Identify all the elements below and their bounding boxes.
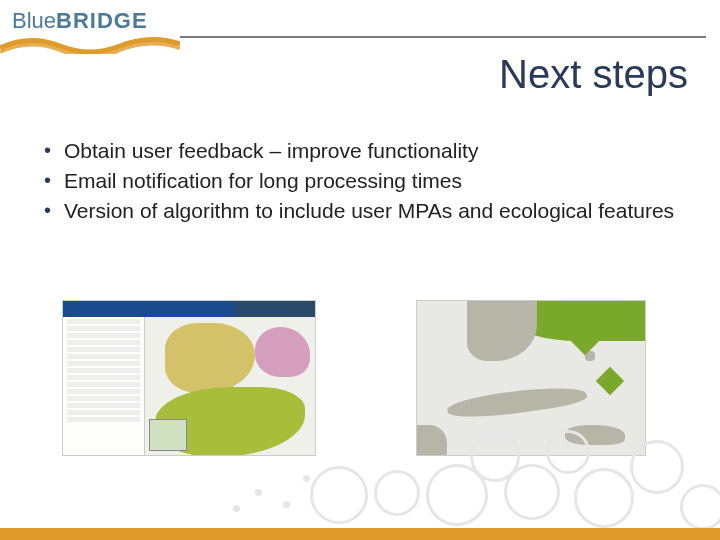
logo-part2: BRIDGE <box>56 8 148 33</box>
list-item: Version of algorithm to include user MPA… <box>40 198 680 225</box>
image-row <box>62 300 646 456</box>
list-item: Email notification for long processing t… <box>40 168 680 195</box>
header-rule <box>180 36 706 38</box>
wave-icon <box>0 34 180 54</box>
caribbean-map-thumbnail <box>416 300 646 456</box>
list-item: Obtain user feedback – improve functiona… <box>40 138 680 165</box>
logo-part1: Blue <box>12 8 56 33</box>
footer-bar <box>0 528 720 540</box>
slide-title: Next steps <box>499 52 688 97</box>
slide-header: BlueBRIDGE <box>0 0 720 52</box>
emodnet-map-thumbnail <box>62 300 316 456</box>
bullet-list: Obtain user feedback – improve functiona… <box>40 138 680 228</box>
logo: BlueBRIDGE <box>12 8 720 34</box>
